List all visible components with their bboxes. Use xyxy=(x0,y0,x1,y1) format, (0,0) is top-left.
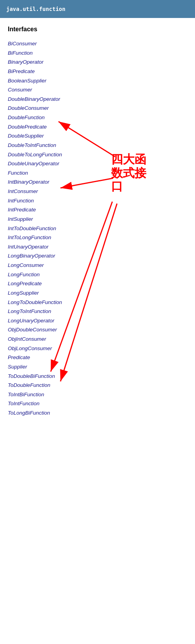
list-item[interactable]: LongUnaryOperator xyxy=(8,316,187,326)
list-item[interactable]: DoubleFunction xyxy=(8,113,187,122)
interface-list: BiConsumerBiFunctionBinaryOperatorBiPred… xyxy=(8,39,187,418)
list-item[interactable]: ToIntBiFunction xyxy=(8,390,187,399)
list-item[interactable]: ToDoubleBiFunction xyxy=(8,372,187,381)
list-item[interactable]: ToLongBiFunction xyxy=(8,408,187,418)
list-item[interactable]: BiConsumer xyxy=(8,39,187,48)
list-item[interactable]: DoubleSupplier xyxy=(8,131,187,141)
list-item[interactable]: IntFunction xyxy=(8,196,187,206)
list-item[interactable]: Consumer xyxy=(8,85,187,95)
list-item[interactable]: BinaryOperator xyxy=(8,57,187,67)
list-item[interactable]: ToDoubleFunction xyxy=(8,381,187,390)
list-item[interactable]: LongToIntFunction xyxy=(8,307,187,316)
main-content: Interfaces BiConsumerBiFunctionBinaryOpe… xyxy=(0,18,195,426)
list-item[interactable]: DoublePredicate xyxy=(8,122,187,132)
list-item[interactable]: DoubleUnaryOperator xyxy=(8,159,187,168)
list-item[interactable]: ObjLongConsumer xyxy=(8,344,187,353)
list-item[interactable]: IntBinaryOperator xyxy=(8,177,187,187)
list-item[interactable]: LongToDoubleFunction xyxy=(8,298,187,307)
list-item[interactable]: Supplier xyxy=(8,362,187,372)
list-item[interactable]: IntPredicate xyxy=(8,205,187,215)
list-item[interactable]: ObjDoubleConsumer xyxy=(8,325,187,335)
list-item[interactable]: BooleanSupplier xyxy=(8,76,187,86)
list-item[interactable]: LongSupplier xyxy=(8,288,187,298)
list-item[interactable]: IntToLongFunction xyxy=(8,233,187,242)
list-item[interactable]: IntSupplier xyxy=(8,215,187,224)
list-item[interactable]: ToIntFunction xyxy=(8,399,187,408)
list-item[interactable]: LongConsumer xyxy=(8,261,187,270)
list-item[interactable]: BiFunction xyxy=(8,48,187,58)
package-title: java.util.function xyxy=(6,6,66,12)
list-item[interactable]: LongFunction xyxy=(8,270,187,279)
list-item[interactable]: LongBinaryOperator xyxy=(8,251,187,261)
list-item[interactable]: DoubleConsumer xyxy=(8,104,187,113)
list-item[interactable]: LongPredicate xyxy=(8,279,187,288)
list-item[interactable]: IntToDoubleFunction xyxy=(8,224,187,233)
list-item[interactable]: DoubleToIntFunction xyxy=(8,141,187,150)
list-item[interactable]: Predicate xyxy=(8,353,187,362)
page-header: java.util.function xyxy=(0,0,195,18)
list-item[interactable]: IntConsumer xyxy=(8,187,187,196)
list-item[interactable]: DoubleBinaryOperator xyxy=(8,95,187,104)
list-item[interactable]: ObjIntConsumer xyxy=(8,335,187,344)
list-item[interactable]: Function xyxy=(8,168,187,178)
list-item[interactable]: IntUnaryOperator xyxy=(8,242,187,252)
list-item[interactable]: BiPredicate xyxy=(8,67,187,76)
list-item[interactable]: DoubleToLongFunction xyxy=(8,150,187,159)
section-title: Interfaces xyxy=(8,26,187,33)
